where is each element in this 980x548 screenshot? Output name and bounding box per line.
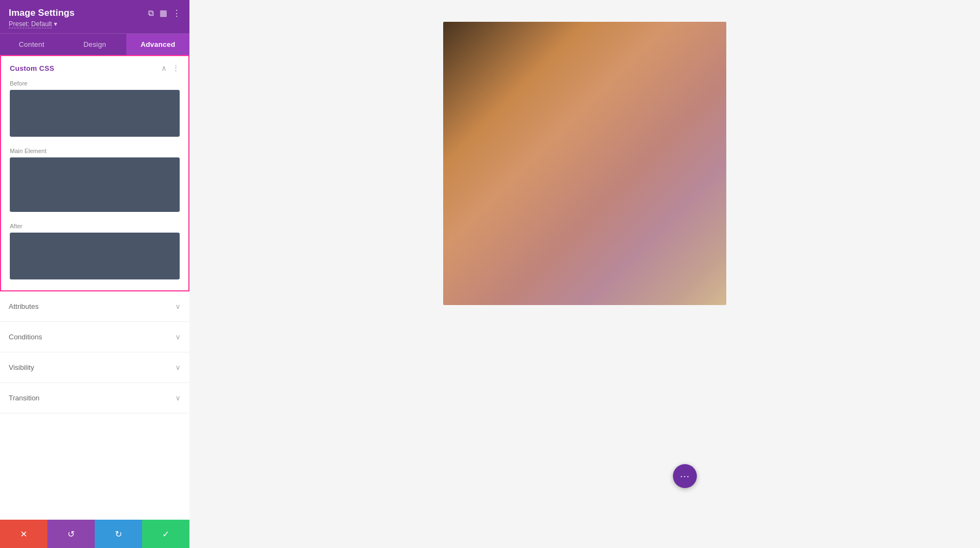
panel-body: Custom CSS ∧ ⋮ Before Main Element After [0, 55, 189, 520]
before-group: Before [1, 80, 188, 148]
visibility-chevron-icon: ∨ [175, 363, 181, 372]
tab-design[interactable]: Design [63, 34, 126, 55]
main-element-textarea[interactable] [10, 157, 180, 212]
after-label: After [10, 223, 180, 229]
canvas-image [443, 22, 726, 305]
main-element-label: Main Element [10, 148, 180, 154]
left-panel: Image Settings ⧉ ▦ ⋮ Preset: Default ▾ C… [0, 0, 189, 548]
more-vertical-icon[interactable]: ⋮ [173, 8, 181, 18]
before-label: Before [10, 80, 180, 87]
custom-css-title: Custom CSS [10, 64, 54, 72]
collapse-icon[interactable]: ∧ [161, 64, 167, 72]
save-button[interactable]: ✓ [142, 520, 189, 548]
tab-advanced[interactable]: Advanced [126, 34, 189, 55]
transition-chevron-icon: ∨ [175, 394, 181, 402]
bottom-toolbar: ✕ ↺ ↻ ✓ [0, 520, 189, 548]
visibility-section: Visibility ∨ [0, 352, 189, 383]
undo-button[interactable]: ↺ [47, 520, 95, 548]
columns-icon[interactable]: ▦ [160, 8, 167, 18]
float-more-button[interactable]: ··· [673, 464, 697, 488]
redo-button[interactable]: ↻ [95, 520, 142, 548]
preset-dropdown[interactable]: Preset: Default ▾ [9, 20, 181, 28]
after-group: After [1, 223, 188, 290]
panel-header-icons: ⧉ ▦ ⋮ [148, 8, 181, 18]
conditions-chevron-icon: ∨ [175, 333, 181, 341]
visibility-header[interactable]: Visibility ∨ [0, 352, 189, 382]
before-textarea[interactable] [10, 90, 180, 137]
transition-title: Transition [9, 394, 40, 402]
section-header-icons: ∧ ⋮ [161, 64, 180, 72]
custom-css-header[interactable]: Custom CSS ∧ ⋮ [1, 56, 188, 80]
visibility-title: Visibility [9, 363, 34, 372]
section-more-icon[interactable]: ⋮ [172, 64, 180, 72]
main-canvas: ··· [189, 0, 980, 548]
tab-bar: Content Design Advanced [0, 33, 189, 55]
attributes-header[interactable]: Attributes ∨ [0, 291, 189, 321]
after-textarea[interactable] [10, 233, 180, 279]
panel-title: Image Settings [9, 8, 75, 19]
cancel-button[interactable]: ✕ [0, 520, 47, 548]
conditions-section: Conditions ∨ [0, 322, 189, 352]
main-element-group: Main Element [1, 148, 188, 223]
transition-section: Transition ∨ [0, 383, 189, 413]
panel-header: Image Settings ⧉ ▦ ⋮ Preset: Default ▾ [0, 0, 189, 33]
conditions-header[interactable]: Conditions ∨ [0, 322, 189, 352]
attributes-title: Attributes [9, 302, 39, 310]
conditions-title: Conditions [9, 333, 42, 341]
tab-content[interactable]: Content [0, 34, 63, 55]
attributes-chevron-icon: ∨ [175, 302, 181, 310]
custom-css-section: Custom CSS ∧ ⋮ Before Main Element After [0, 55, 189, 291]
attributes-section: Attributes ∨ [0, 291, 189, 322]
copy-icon[interactable]: ⧉ [148, 8, 154, 18]
transition-header[interactable]: Transition ∨ [0, 383, 189, 413]
